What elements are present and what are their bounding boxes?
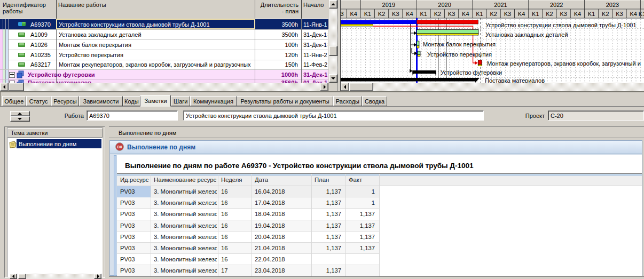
svg-text:Устройство футеровки: Устройство футеровки: [441, 69, 502, 76]
svg-text:Установка закладных деталей: Установка закладных деталей: [485, 31, 568, 38]
svg-text:K4: K4: [518, 11, 525, 17]
svg-text:K1: K1: [476, 11, 483, 17]
svg-text:K4: K4: [630, 11, 637, 17]
svg-text:Поставка материалов: Поставка материалов: [485, 77, 545, 83]
svg-text:K4: K4: [350, 11, 357, 17]
svg-text:K4: K4: [462, 11, 469, 17]
svg-text:K4: K4: [574, 11, 581, 17]
svg-text:DX: DX: [117, 145, 122, 149]
svg-text:2020: 2020: [438, 2, 451, 8]
svg-text:K3: K3: [392, 11, 399, 17]
svg-text:K1: K1: [364, 11, 371, 17]
svg-text:K3: K3: [616, 11, 623, 17]
svg-text:K3: K3: [504, 11, 511, 17]
svg-text:2019: 2019: [382, 2, 395, 8]
svg-text:K2: K2: [378, 11, 385, 17]
svg-text:Монтаж балок перекрытия: Монтаж балок перекрытия: [423, 41, 496, 47]
svg-text:K2: K2: [602, 11, 609, 17]
svg-text:2022: 2022: [550, 2, 563, 8]
svg-text:Монтаж рекуператоров, экранов: Монтаж рекуператоров, экранов коробок, з…: [487, 60, 641, 67]
svg-text:K2: K2: [490, 11, 497, 17]
svg-text:Устройство конструкции ствола: Устройство конструкции ствола дымовой тр…: [485, 22, 637, 28]
svg-text:K1: K1: [532, 11, 539, 17]
svg-text:K1: K1: [420, 11, 427, 17]
svg-text:K2: K2: [546, 11, 553, 17]
svg-text:2021: 2021: [494, 2, 507, 8]
svg-text:K4: K4: [406, 11, 413, 17]
svg-text:K3: K3: [560, 11, 567, 17]
svg-text:Устройство перекрытия: Устройство перекрытия: [427, 51, 492, 58]
svg-text:K1: K1: [639, 11, 644, 17]
svg-text:2023: 2023: [606, 2, 619, 8]
svg-text:3: 3: [341, 11, 344, 17]
svg-text:K3: K3: [448, 11, 455, 17]
svg-text:K2: K2: [434, 11, 441, 17]
svg-text:K1: K1: [588, 11, 595, 17]
